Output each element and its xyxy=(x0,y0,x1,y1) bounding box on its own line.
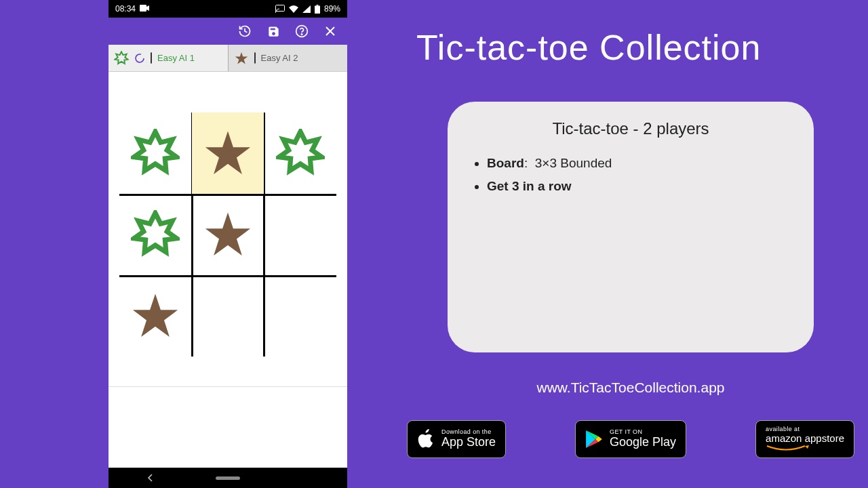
svg-rect-0 xyxy=(140,5,146,12)
svg-marker-12 xyxy=(279,131,321,171)
player-tab-2[interactable]: Easy AI 2 xyxy=(229,45,348,71)
svg-rect-2 xyxy=(316,5,318,6)
info-heading: Tic-tac-toe - 2 players xyxy=(467,119,795,138)
svg-marker-8 xyxy=(115,52,127,64)
android-status-bar: 08:34 89% xyxy=(108,0,347,18)
player1-marker-icon xyxy=(114,51,129,66)
svg-rect-1 xyxy=(275,5,284,12)
info-board-label: Board xyxy=(487,156,524,170)
promo-website: www.TicTacToeCollection.app xyxy=(448,380,814,396)
svg-marker-13 xyxy=(134,213,176,252)
history-icon[interactable] xyxy=(237,24,252,39)
player2-name: Easy AI 2 xyxy=(261,53,342,63)
info-board-line: Board: 3×3 Bounded xyxy=(487,152,795,175)
amazon-appstore-badge[interactable]: available at amazon appstore xyxy=(755,420,854,458)
wifi-icon xyxy=(289,5,298,13)
amazon-smile-icon xyxy=(766,445,813,452)
board-cell[interactable] xyxy=(192,113,264,194)
player-strip: Easy AI 1 Easy AI 2 xyxy=(108,45,347,72)
svg-marker-11 xyxy=(205,131,250,174)
svg-marker-15 xyxy=(133,294,178,337)
google-play-badge[interactable]: GET IT ON Google Play xyxy=(575,420,686,458)
store-badges: Download on the App Store GET IT ON Goog… xyxy=(407,420,854,458)
bottom-panel xyxy=(108,386,347,468)
cast-icon xyxy=(275,5,285,13)
board-cell[interactable] xyxy=(264,275,336,357)
apple-bottomline: App Store xyxy=(441,436,496,449)
device-icon xyxy=(254,53,256,63)
player-tab-1[interactable]: Easy AI 1 xyxy=(108,45,229,71)
svg-marker-10 xyxy=(134,131,176,171)
device-icon xyxy=(151,53,152,63)
player1-name: Easy AI 1 xyxy=(157,53,222,63)
camera-icon xyxy=(140,4,149,14)
info-rule-line: Get 3 in a row xyxy=(487,175,795,198)
board-cell[interactable] xyxy=(264,194,336,275)
info-card: Tic-tac-toe - 2 players Board: 3×3 Bound… xyxy=(448,102,814,352)
svg-marker-9 xyxy=(235,52,247,64)
nav-home-pill[interactable] xyxy=(216,476,240,480)
thinking-spinner-icon xyxy=(134,53,145,64)
apple-logo-icon xyxy=(417,429,435,449)
board-area xyxy=(108,72,347,386)
board-cell[interactable] xyxy=(264,113,336,194)
svg-point-5 xyxy=(301,34,302,35)
info-rule: Get 3 in a row xyxy=(487,179,572,193)
board-cell[interactable] xyxy=(192,275,264,357)
tic-tac-toe-board xyxy=(119,113,336,357)
help-icon[interactable] xyxy=(294,24,309,39)
svg-rect-3 xyxy=(315,5,320,14)
board-cell[interactable] xyxy=(119,275,191,357)
close-icon[interactable] xyxy=(323,24,338,39)
info-board-value: 3×3 Bounded xyxy=(535,156,612,170)
promo-title: Tic-tac-toe Collection xyxy=(416,27,761,68)
android-nav-bar xyxy=(108,468,347,488)
app-bar xyxy=(108,18,347,45)
battery-icon xyxy=(315,5,320,14)
signal-icon xyxy=(302,5,311,13)
google-play-icon xyxy=(585,430,603,449)
save-icon[interactable] xyxy=(266,24,281,39)
status-time: 08:34 xyxy=(115,4,136,14)
board-cell[interactable] xyxy=(119,194,191,275)
nav-back-icon[interactable] xyxy=(146,474,155,482)
svg-marker-14 xyxy=(205,213,250,256)
amazon-bottomline: amazon appstore xyxy=(766,433,844,445)
app-store-badge[interactable]: Download on the App Store xyxy=(407,420,506,458)
google-bottomline: Google Play xyxy=(610,436,676,449)
player2-marker-icon xyxy=(234,51,249,66)
board-cell[interactable] xyxy=(192,194,264,275)
phone-mockup: 08:34 89% xyxy=(108,0,347,488)
status-battery: 89% xyxy=(324,4,340,14)
board-cell[interactable] xyxy=(119,113,191,194)
